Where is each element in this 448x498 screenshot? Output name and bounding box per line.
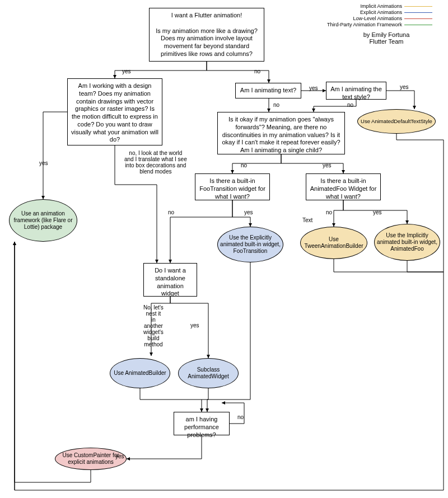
connectors	[0, 0, 448, 498]
